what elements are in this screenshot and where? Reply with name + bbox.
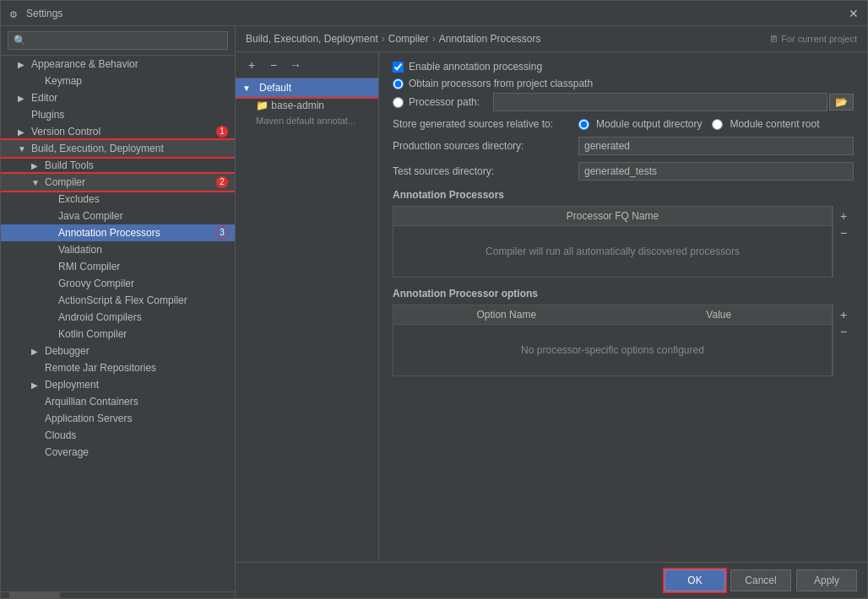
sidebar-tree: Appearance & Behavior ▶ Keymap Editor ▶ … bbox=[1, 56, 235, 591]
svg-text:⚙: ⚙ bbox=[9, 9, 18, 19]
sidebar-item-label: Version Control bbox=[31, 126, 100, 138]
breadcrumb-part-2: Compiler bbox=[388, 33, 429, 45]
arrow-icon bbox=[18, 144, 28, 154]
sidebar-item-label: Android Compilers bbox=[58, 311, 142, 323]
options-table-header: Option Name Value bbox=[393, 305, 832, 325]
processor-fq-col: Processor FQ Name bbox=[400, 210, 825, 222]
profile-list: Default 📁 base-admin Maven default annot… bbox=[236, 78, 379, 127]
store-label: Store generated sources relative to: bbox=[393, 118, 578, 130]
sidebar-item-debugger[interactable]: Debugger bbox=[1, 343, 235, 359]
arrow-icon bbox=[18, 127, 28, 137]
app-icon: ⚙ bbox=[8, 7, 21, 20]
sidebar-item-plugins[interactable]: ▶ Plugins bbox=[1, 106, 235, 123]
module-content-label[interactable]: Module content root bbox=[730, 118, 819, 130]
maven-note-text: Maven default annotat... bbox=[256, 116, 355, 126]
panel-content: + − → Default 📁 base- bbox=[236, 52, 867, 562]
add-option-button[interactable]: + bbox=[835, 306, 852, 323]
add-processor-button[interactable]: + bbox=[835, 208, 852, 224]
sidebar-item-label: Annotation Processors bbox=[58, 227, 160, 239]
sidebar-item-label: RMI Compiler bbox=[58, 261, 120, 273]
remove-profile-button[interactable]: − bbox=[264, 56, 283, 74]
sidebar-item-keymap[interactable]: ▶ Keymap bbox=[1, 73, 235, 89]
production-dir-input[interactable] bbox=[578, 137, 854, 155]
processor-path-input[interactable] bbox=[493, 93, 827, 111]
options-table-container: Option Name Value No processor-specific … bbox=[393, 305, 854, 376]
module-output-label[interactable]: Module output directory bbox=[596, 118, 702, 130]
sidebar-item-compiler[interactable]: Compiler 2 bbox=[1, 174, 235, 191]
sidebar-item-groovy[interactable]: ▶ Groovy Compiler bbox=[1, 275, 235, 292]
sidebar-item-label: Clouds bbox=[45, 429, 76, 441]
test-dir-row: Test sources directory: bbox=[393, 162, 854, 181]
sidebar-scrollbar[interactable] bbox=[1, 591, 235, 598]
module-content-radio[interactable] bbox=[712, 119, 723, 130]
sidebar-item-app-servers[interactable]: ▶ Application Servers bbox=[1, 410, 235, 427]
settings-panel: Enable annotation processing Obtain proc… bbox=[379, 52, 867, 562]
enable-checkbox[interactable] bbox=[393, 62, 404, 73]
sidebar-item-label: Appearance & Behavior bbox=[31, 58, 138, 70]
profile-default[interactable]: Default bbox=[236, 78, 378, 97]
processor-path-radio[interactable] bbox=[393, 97, 404, 108]
arrow-icon bbox=[31, 347, 41, 356]
sidebar-item-deployment[interactable]: Deployment bbox=[1, 376, 235, 393]
module-content-option: Module content root bbox=[712, 118, 819, 130]
enable-label[interactable]: Enable annotation processing bbox=[409, 61, 542, 73]
main-content: Appearance & Behavior ▶ Keymap Editor ▶ … bbox=[1, 26, 867, 598]
ok-button[interactable]: OK bbox=[665, 569, 725, 591]
enable-checkbox-row: Enable annotation processing bbox=[393, 61, 854, 73]
sidebar-item-android[interactable]: ▶ Android Compilers bbox=[1, 309, 235, 326]
profile-label: Default bbox=[259, 82, 291, 94]
search-input[interactable] bbox=[8, 31, 228, 50]
sidebar-item-annotation-processors[interactable]: ▶ Annotation Processors 3 bbox=[1, 224, 235, 241]
sidebar-item-version-control[interactable]: Version Control 1 bbox=[1, 123, 235, 140]
obtain-radio-row: Obtain processors from project classpath bbox=[393, 78, 854, 89]
sidebar-item-clouds[interactable]: ▶ Clouds bbox=[1, 427, 235, 444]
breadcrumb-sep-2: › bbox=[432, 33, 436, 45]
sidebar-item-label: Kotlin Compiler bbox=[58, 328, 127, 340]
profile-base-admin[interactable]: 📁 base-admin bbox=[236, 97, 378, 114]
navigate-button[interactable]: → bbox=[286, 56, 305, 74]
cancel-button[interactable]: Cancel bbox=[730, 569, 791, 591]
obtain-radio[interactable] bbox=[393, 78, 404, 89]
sidebar-item-appearance[interactable]: Appearance & Behavior bbox=[1, 56, 235, 73]
arrow-icon bbox=[18, 94, 28, 103]
sidebar-item-validation[interactable]: ▶ Validation bbox=[1, 241, 235, 258]
sidebar-item-excludes[interactable]: ▶ Excludes bbox=[1, 191, 235, 208]
close-button[interactable]: ✕ bbox=[847, 7, 860, 20]
sidebar-item-label: Application Servers bbox=[45, 413, 132, 424]
remove-processor-button[interactable]: − bbox=[835, 224, 852, 241]
sidebar: Appearance & Behavior ▶ Keymap Editor ▶ … bbox=[1, 26, 236, 598]
sidebar-item-label: Excludes bbox=[58, 193, 100, 205]
production-dir-label: Production sources directory: bbox=[393, 140, 578, 152]
test-dir-input[interactable] bbox=[578, 162, 854, 181]
sidebar-item-label: Java Compiler bbox=[58, 210, 123, 222]
add-profile-button[interactable]: + bbox=[242, 56, 261, 74]
apply-button[interactable]: Apply bbox=[796, 569, 857, 591]
profile-sub-label: base-admin bbox=[271, 100, 324, 111]
sidebar-item-kotlin[interactable]: ▶ Kotlin Compiler bbox=[1, 326, 235, 343]
sidebar-item-editor[interactable]: Editor bbox=[1, 89, 235, 106]
options-side-buttons: + − bbox=[833, 305, 854, 376]
sidebar-item-coverage[interactable]: ▶ Coverage bbox=[1, 444, 235, 461]
module-output-radio[interactable] bbox=[578, 119, 589, 130]
sidebar-item-build-tools[interactable]: Build Tools bbox=[1, 157, 235, 174]
sidebar-item-label: Build Tools bbox=[45, 159, 94, 171]
sidebar-item-actionscript[interactable]: ▶ ActionScript & Flex Compiler bbox=[1, 292, 235, 309]
sidebar-item-rmi[interactable]: ▶ RMI Compiler bbox=[1, 258, 235, 275]
sidebar-item-label: Editor bbox=[31, 92, 57, 104]
main-panel: Build, Execution, Deployment › Compiler … bbox=[236, 26, 867, 598]
processor-path-label[interactable]: Processor path: bbox=[409, 96, 493, 108]
sidebar-item-build-exec[interactable]: Build, Execution, Deployment bbox=[1, 140, 235, 157]
options-table-body: No processor-specific options configured bbox=[393, 325, 832, 375]
sidebar-item-remote-jar[interactable]: ▶ Remote Jar Repositories bbox=[1, 359, 235, 376]
profile-toolbar: + − → bbox=[236, 52, 378, 78]
badge-1: 1 bbox=[216, 126, 228, 138]
sidebar-item-arquillian[interactable]: ▶ Arquillian Containers bbox=[1, 393, 235, 410]
store-sources-row: Store generated sources relative to: Mod… bbox=[393, 118, 854, 130]
browse-button[interactable]: 📂 bbox=[829, 94, 854, 111]
arrow-icon bbox=[18, 60, 28, 69]
remove-option-button[interactable]: − bbox=[835, 323, 852, 340]
profile-area: + − → Default 📁 base- bbox=[236, 52, 867, 562]
sidebar-item-java-compiler[interactable]: ▶ Java Compiler bbox=[1, 208, 235, 224]
obtain-label[interactable]: Obtain processors from project classpath bbox=[409, 78, 593, 89]
folder-icon: 📁 bbox=[256, 100, 269, 111]
